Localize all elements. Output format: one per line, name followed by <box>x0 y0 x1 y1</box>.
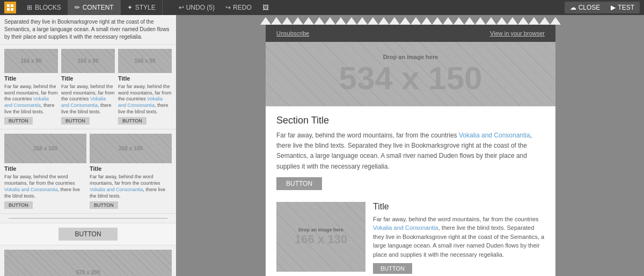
block-img-5: 258 x 100 <box>90 134 172 163</box>
block-title-2: Title <box>61 75 115 82</box>
email-top-decoration <box>177 15 644 25</box>
image-button[interactable]: 🖼 <box>257 2 274 13</box>
block-img-3-label: 166 x 90 <box>135 58 156 64</box>
toolbar-logo <box>4 2 16 13</box>
svg-rect-1 <box>11 4 13 7</box>
section-text-before: Far far away, behind the word mountains,… <box>276 132 459 139</box>
block-btn-1[interactable]: BUTTON <box>4 117 33 125</box>
block-title-5: Title <box>90 165 172 172</box>
tab-style[interactable]: ✦ STYLE <box>121 0 163 15</box>
block-grid-2col: 258 x 100 Title Far far away, behind the… <box>4 134 172 209</box>
block-btn-2[interactable]: BUTTON <box>61 117 90 125</box>
email-wrapper: Unsubscribe View in your browser Drop an… <box>177 15 644 276</box>
lp-description-text: Separated they live in Bookmarksgrove ri… <box>4 19 169 40</box>
style-icon: ✦ <box>127 4 133 11</box>
hero-size-text: 534 x 150 <box>339 62 482 95</box>
unsubscribe-link[interactable]: Unsubscribe <box>276 30 309 37</box>
block-img-2-label: 166 x 90 <box>78 58 99 64</box>
block-link-5[interactable]: Vokalia and Consonantia <box>90 187 143 192</box>
block-text-3: Far far away, behind the word mountains,… <box>118 84 172 115</box>
block-item-1[interactable]: 166 x 90 Title Far far away, behind the … <box>4 49 58 125</box>
two-col-drop-text: Drop an image here <box>298 227 343 233</box>
redo-label: REDO <box>233 4 252 11</box>
image-icon: 🖼 <box>262 4 269 11</box>
svg-rect-0 <box>7 4 10 7</box>
block-item-5[interactable]: 258 x 100 Title Far far away, behind the… <box>90 134 172 209</box>
blocks-icon: ⊞ <box>27 4 32 11</box>
test-label: TEST <box>618 4 634 11</box>
section-cta-button[interactable]: BUTTON <box>276 177 322 190</box>
tab-style-label: STYLE <box>135 4 156 11</box>
hero-drop-text: Drop an image here <box>383 54 438 60</box>
block-link-4[interactable]: Vokalia and Consonantia <box>4 187 58 192</box>
tab-blocks[interactable]: ⊞ BLOCKS <box>20 0 68 15</box>
tab-blocks-label: BLOCKS <box>35 4 61 11</box>
lp-section-3col: 166 x 90 Title Far far away, behind the … <box>0 45 176 129</box>
right-panel: Unsubscribe View in your browser Drop an… <box>177 15 644 276</box>
test-icon: ▶ <box>611 4 616 11</box>
lp-description: Separated they live in Bookmarksgrove ri… <box>0 15 176 45</box>
lp-button-section: BUTTON <box>0 223 176 245</box>
two-col-image-placeholder[interactable]: Drop an image here 166 x 130 <box>276 202 365 272</box>
block-btn-5[interactable]: BUTTON <box>90 201 118 209</box>
block-title-3: Title <box>118 75 172 82</box>
block-img-5-label: 258 x 100 <box>119 146 143 151</box>
two-col-size-text: 166 x 130 <box>295 233 347 246</box>
tab-content-label: CONTENT <box>83 4 114 11</box>
undo-icon: ↩ <box>179 4 184 11</box>
two-col-link[interactable]: Vokalia and Consonantia <box>373 224 438 231</box>
lp-big-image-section: 570 x 200 <box>0 245 176 276</box>
email-content-section: Section Title Far far away, behind the w… <box>266 106 555 202</box>
block-btn-3[interactable]: BUTTON <box>118 117 147 125</box>
close-button[interactable]: ☁ CLOSE <box>565 2 606 13</box>
test-button[interactable]: ▶ TEST <box>605 2 640 13</box>
block-img-1-label: 166 x 90 <box>21 58 42 64</box>
email-header-bar: Unsubscribe View in your browser <box>266 25 555 42</box>
block-text-1: Far far away, behind the word mountains,… <box>4 84 58 115</box>
two-col-text-before: Far far away, behind the word mountains,… <box>373 216 539 222</box>
block-item-3[interactable]: 166 x 90 Title Far far away, behind the … <box>118 49 172 125</box>
svg-rect-2 <box>7 8 10 11</box>
block-link-2[interactable]: Vokalia and Consonantia <box>61 96 106 108</box>
block-text-4: Far far away, behind the word mountains,… <box>4 174 86 199</box>
left-panel: Separated they live in Bookmarksgrove ri… <box>0 15 177 276</box>
view-browser-link[interactable]: View in your browser <box>490 30 545 37</box>
block-img-1: 166 x 90 <box>4 49 58 73</box>
lp-big-image-label: 570 x 200 <box>76 270 100 275</box>
undo-label: UNDO (5) <box>186 4 215 11</box>
section-link[interactable]: Vokalia and Consonantia <box>459 132 530 139</box>
two-col-cta-button[interactable]: BUTTON <box>373 263 412 274</box>
zigzag-svg <box>260 15 561 25</box>
lp-main-button[interactable]: BUTTON <box>58 228 117 241</box>
email-container: Unsubscribe View in your browser Drop an… <box>266 25 555 276</box>
block-img-4: 258 x 100 <box>4 134 86 163</box>
tab-content[interactable]: ✏ CONTENT <box>68 0 121 15</box>
block-link-3[interactable]: Vokalia and Consonantia <box>118 96 163 108</box>
redo-icon: ↪ <box>225 4 231 11</box>
main-area: Separated they live in Bookmarksgrove ri… <box>0 15 644 276</box>
lp-section-2col: 258 x 100 Title Far far away, behind the… <box>0 129 176 214</box>
block-item-4[interactable]: 258 x 100 Title Far far away, behind the… <box>4 134 86 209</box>
two-col-section: Drop an image here 166 x 130 Title Far f… <box>266 202 555 276</box>
block-text-5: Far far away, behind the word mountains,… <box>90 174 172 199</box>
two-col-title: Title <box>373 202 545 212</box>
block-item-2[interactable]: 166 x 90 Title Far far away, behind the … <box>61 49 115 125</box>
svg-rect-3 <box>11 8 13 11</box>
block-title-1: Title <box>4 75 58 82</box>
section-body-text: Far far away, behind the word mountains,… <box>276 130 545 172</box>
hero-image-placeholder[interactable]: Drop an image here 534 x 150 <box>266 42 555 106</box>
block-btn-4[interactable]: BUTTON <box>4 201 33 209</box>
block-img-4-label: 258 x 100 <box>33 146 57 151</box>
content-icon: ✏ <box>75 4 80 11</box>
section-title: Section Title <box>276 115 545 126</box>
undo-button[interactable]: ↩ UNDO (5) <box>173 2 220 13</box>
block-grid-3col: 166 x 90 Title Far far away, behind the … <box>4 49 172 125</box>
block-img-3: 166 x 90 <box>118 49 172 73</box>
section-divider <box>9 218 167 219</box>
redo-button[interactable]: ↪ REDO <box>220 2 257 13</box>
block-text-2: Far far away, behind the word mountains,… <box>61 84 115 115</box>
cloud-icon: ☁ <box>570 4 576 11</box>
lp-big-image[interactable]: 570 x 200 <box>4 250 172 276</box>
block-link-1[interactable]: Vokalia and Consonantia <box>4 96 49 108</box>
two-col-body-text: Far far away, behind the word mountains,… <box>373 215 545 259</box>
